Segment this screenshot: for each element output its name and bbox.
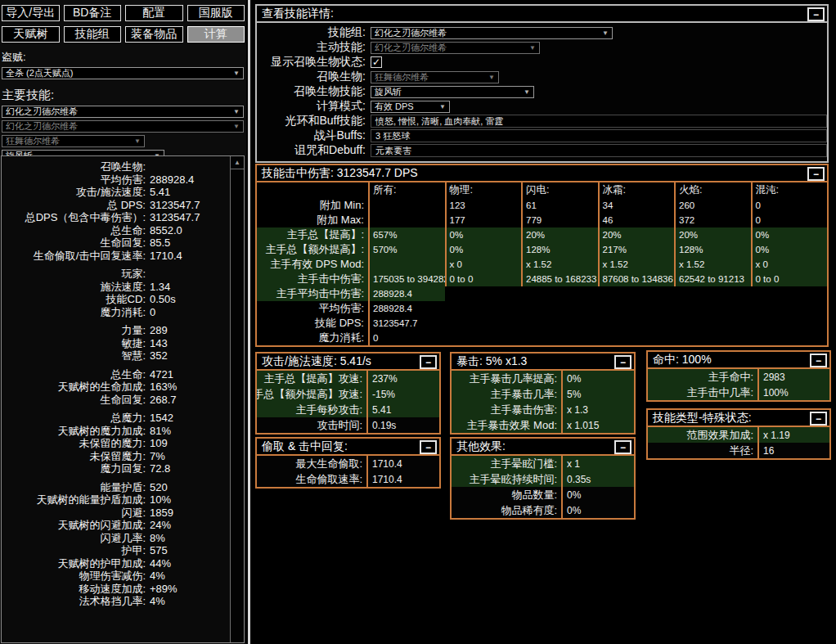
stat-line: 闪避几率: 8% xyxy=(2,532,230,545)
damage-cell: 372 xyxy=(674,213,751,227)
stat-row: 主手暴击伤害:x 1.3 xyxy=(452,402,634,417)
detail-dropdown[interactable]: 幻化之刃德尔维希 ▼ xyxy=(371,42,540,54)
stat-label: 能量护盾: xyxy=(2,481,146,494)
stat-label: 总生命: xyxy=(2,224,146,237)
skill-detail-row: 诅咒和Debuff: 元素要害 xyxy=(257,143,827,158)
chevron-down-icon: ▼ xyxy=(436,103,446,110)
stat-line: 天赋树的护甲加成: 44% xyxy=(2,557,230,570)
chevron-down-icon: ▼ xyxy=(230,108,240,115)
minimize-button[interactable]: − xyxy=(420,355,437,369)
detail-dropdown[interactable]: 有效 DPS ▼ xyxy=(371,101,450,113)
stat-row: 主手晕眩门槛:x 1 xyxy=(452,456,634,471)
minimize-button[interactable]: − xyxy=(810,412,827,426)
field-label: 召唤生物: xyxy=(257,70,366,84)
damage-cell: 288928.4 xyxy=(368,286,445,301)
detail-dropdown[interactable]: 幻化之刃德尔维希 ▼ xyxy=(371,27,613,39)
damage-row-label: 主手总【额外提高】: xyxy=(257,242,368,257)
stat-label xyxy=(2,475,146,481)
skill-detail-row: 主动技能: 幻化之刃德尔维希 ▼ xyxy=(257,40,827,55)
view-tab-button[interactable]: 装备物品 xyxy=(125,26,183,43)
stat-label: 生命偷取/击中回复速率: xyxy=(2,250,146,263)
stat-value: 8% xyxy=(150,532,165,545)
hit-damage-panel: 技能击中伤害: 3123547.7 DPS − 所有: 物理: 闪电: 冰霜: … xyxy=(255,164,829,347)
stat-line: 智慧: 352 xyxy=(2,349,230,363)
stat-row: 主手暴击效果 Mod:x 1.015 xyxy=(452,417,634,433)
damage-column-header: 所有: xyxy=(368,182,445,198)
toolbar-button[interactable]: 配置 xyxy=(125,5,183,21)
main-skill-dropdowns: 幻化之刃德尔维希 ▼ 幻化之刃德尔维希 ▼ 狂舞德尔维希 ▼ 旋风斩 ▼ xyxy=(2,106,245,162)
detail-dropdown[interactable]: 旋风斩 ▼ xyxy=(371,86,534,98)
minimize-button[interactable]: − xyxy=(614,355,631,369)
ascendancy-dropdown[interactable]: 全杀 (2点天赋点) ▼ xyxy=(2,67,244,79)
stat-line: 施法速度: 1.34 xyxy=(2,281,230,294)
damage-cell: 87608 to 134836 xyxy=(598,272,675,286)
damage-table-row: 主手平均击中伤害: 288928.4 xyxy=(257,286,827,301)
damage-table-row: 主手总【额外提高】: 570% 0% 128% 217% 128% 0% xyxy=(257,242,827,257)
skill-dropdown[interactable]: 幻化之刃德尔维希 ▼ xyxy=(2,120,244,133)
minimize-button[interactable]: − xyxy=(614,440,631,454)
toolbar-button[interactable]: 国服版 xyxy=(187,5,245,21)
minimize-button[interactable]: − xyxy=(810,354,827,367)
detail-text-value: 3 狂怒球 xyxy=(371,129,827,142)
stat-value: 24% xyxy=(150,519,171,532)
stat-value: 575 xyxy=(150,544,168,557)
chevron-down-icon: ▼ xyxy=(520,88,530,96)
minimize-button[interactable]: − xyxy=(807,7,825,21)
damage-cell: 0% xyxy=(445,227,522,242)
chevron-down-icon: ▼ xyxy=(485,74,495,81)
minimize-button[interactable]: − xyxy=(420,440,437,454)
stat-line: 天赋树的能量护盾加成: 10% xyxy=(2,493,230,507)
damage-table-row: 主手击中伤害: 175035 to 394282 0 to 0 24885 to… xyxy=(257,272,827,286)
stat-label: 天赋树的生命加成: xyxy=(2,381,146,394)
damage-column-header: 火焰: xyxy=(674,182,751,198)
scroll-up-icon[interactable]: ▲ xyxy=(231,156,244,169)
damage-table-row: 附加 Max: 177 779 46 372 0 xyxy=(257,213,827,227)
view-tab-button[interactable]: 天赋树 xyxy=(2,26,60,43)
field-label: 显示召唤生物状态: xyxy=(257,55,366,70)
damage-cell: 217% xyxy=(598,242,675,257)
stat-label: 未保留魔力: xyxy=(2,450,146,463)
damage-cell: 0% xyxy=(445,242,522,257)
stat-line: 物理伤害减伤: 4% xyxy=(2,570,230,583)
detail-dropdown[interactable]: 狂舞德尔维希 ▼ xyxy=(371,71,499,83)
stat-label: 闪避几率: xyxy=(2,532,146,545)
toolbar-button[interactable]: BD备注 xyxy=(64,5,122,21)
stat-line: 攻击/施法速度: 5.41 xyxy=(2,186,230,199)
stats-scrollbar[interactable]: ▲ xyxy=(230,156,244,642)
show-minion-checkbox[interactable]: ✓ xyxy=(371,56,382,68)
stat-row: 物品稀有度:0% xyxy=(452,502,634,518)
stat-value: 7% xyxy=(150,450,165,463)
stat-label: 平均伤害: xyxy=(2,173,146,187)
stat-label: 未保留的魔力: xyxy=(2,437,146,450)
stat-label: 施法速度: xyxy=(2,281,146,294)
stat-label: 移动速度加成: xyxy=(2,583,146,596)
damage-cell: 0% xyxy=(751,242,828,257)
stat-label: 闪避: xyxy=(2,507,146,520)
stat-line: 天赋树的魔力加成: 81% xyxy=(2,425,230,438)
stat-label: 攻击/施法速度: xyxy=(2,186,146,199)
view-tab-button[interactable]: 计算 xyxy=(187,26,245,43)
stat-row: 最大生命偷取:1710.4 xyxy=(257,456,439,471)
skill-dropdown[interactable]: 狂舞德尔维希 ▼ xyxy=(2,135,145,147)
toolbar-button[interactable]: 导入/导出 xyxy=(2,5,60,21)
stat-label: 生命回复: xyxy=(2,236,146,250)
stat-line: 移动速度加成: +89% xyxy=(2,583,230,596)
stat-value: 1859 xyxy=(150,507,173,520)
stat-value: 10% xyxy=(150,493,171,507)
view-tab-button[interactable]: 技能组 xyxy=(64,26,122,43)
stat-value: +89% xyxy=(150,583,178,596)
field-label: 诅咒和Debuff: xyxy=(257,143,366,158)
stat-value: 0 xyxy=(150,306,155,319)
skill-dropdown[interactable]: 幻化之刃德尔维希 ▼ xyxy=(2,106,244,118)
stat-label xyxy=(2,262,146,268)
stat-line: 未保留魔力: 7% xyxy=(2,450,230,463)
minimize-button[interactable]: − xyxy=(807,167,825,181)
stat-label: 总 DPS: xyxy=(2,199,146,212)
stat-row: 主手击中几率:100% xyxy=(648,385,829,400)
column-splitter[interactable] xyxy=(248,0,250,644)
damage-table-body: 附加 Min: 123 61 34 260 0 附加 Max: 177 779 … xyxy=(257,198,827,345)
stat-value: 109 xyxy=(150,437,168,450)
stat-label: 总魔力: xyxy=(2,412,146,425)
stat-value: 44% xyxy=(150,557,171,570)
skill-type-panel: 技能类型-特殊状态: − 范围效果加成:x 1.19 半径:16 xyxy=(646,408,831,460)
